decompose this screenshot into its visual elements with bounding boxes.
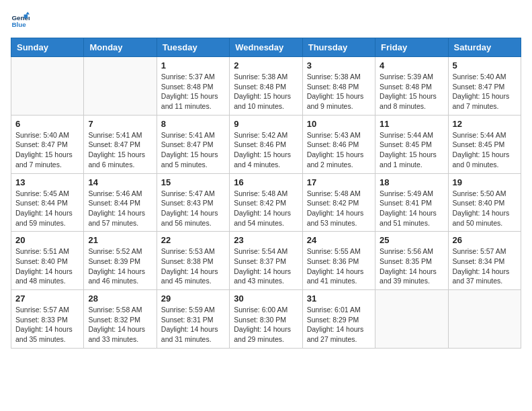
calendar-cell: 24Sunrise: 5:55 AM Sunset: 8:36 PM Dayli…	[302, 232, 375, 290]
calendar-week-row: 20Sunrise: 5:51 AM Sunset: 8:40 PM Dayli…	[11, 232, 521, 290]
day-number: 30	[234, 293, 298, 304]
day-number: 22	[161, 235, 225, 245]
col-header-wednesday: Wednesday	[230, 38, 302, 57]
calendar-cell: 30Sunrise: 6:00 AM Sunset: 8:30 PM Dayli…	[230, 290, 302, 349]
calendar-cell	[11, 57, 84, 116]
calendar-cell: 27Sunrise: 5:57 AM Sunset: 8:33 PM Dayli…	[11, 290, 84, 349]
day-number: 29	[161, 293, 225, 304]
day-number: 2	[234, 60, 298, 71]
day-number: 1	[161, 60, 225, 71]
day-info: Sunrise: 5:46 AM Sunset: 8:44 PM Dayligh…	[88, 189, 152, 228]
logo-icon: General Blue	[11, 11, 30, 30]
calendar-cell	[448, 290, 521, 349]
day-info: Sunrise: 5:55 AM Sunset: 8:36 PM Dayligh…	[307, 246, 371, 286]
day-number: 6	[15, 119, 79, 129]
calendar-cell: 6Sunrise: 5:40 AM Sunset: 8:47 PM Daylig…	[11, 115, 84, 173]
calendar-cell: 4Sunrise: 5:39 AM Sunset: 8:48 PM Daylig…	[375, 57, 448, 116]
day-info: Sunrise: 5:58 AM Sunset: 8:32 PM Dayligh…	[88, 305, 152, 345]
day-info: Sunrise: 5:37 AM Sunset: 8:48 PM Dayligh…	[161, 72, 225, 111]
calendar-cell: 3Sunrise: 5:38 AM Sunset: 8:48 PM Daylig…	[302, 57, 375, 116]
day-info: Sunrise: 5:51 AM Sunset: 8:40 PM Dayligh…	[15, 246, 79, 286]
calendar-header-row: SundayMondayTuesdayWednesdayThursdayFrid…	[11, 38, 521, 57]
calendar-week-row: 6Sunrise: 5:40 AM Sunset: 8:47 PM Daylig…	[11, 115, 521, 173]
day-number: 23	[234, 235, 298, 245]
calendar-cell: 21Sunrise: 5:52 AM Sunset: 8:39 PM Dayli…	[84, 232, 157, 290]
day-info: Sunrise: 5:45 AM Sunset: 8:44 PM Dayligh…	[15, 189, 79, 228]
day-info: Sunrise: 5:57 AM Sunset: 8:34 PM Dayligh…	[453, 246, 517, 286]
calendar-cell: 17Sunrise: 5:48 AM Sunset: 8:42 PM Dayli…	[302, 173, 375, 232]
calendar-cell: 12Sunrise: 5:44 AM Sunset: 8:45 PM Dayli…	[448, 115, 521, 173]
col-header-sunday: Sunday	[11, 38, 84, 57]
day-info: Sunrise: 5:39 AM Sunset: 8:48 PM Dayligh…	[380, 72, 443, 111]
calendar-week-row: 1Sunrise: 5:37 AM Sunset: 8:48 PM Daylig…	[11, 57, 521, 116]
day-info: Sunrise: 5:41 AM Sunset: 8:47 PM Dayligh…	[161, 130, 225, 170]
day-number: 10	[307, 119, 371, 129]
calendar-cell: 16Sunrise: 5:48 AM Sunset: 8:42 PM Dayli…	[230, 173, 302, 232]
day-info: Sunrise: 5:42 AM Sunset: 8:46 PM Dayligh…	[234, 130, 298, 170]
day-number: 19	[453, 177, 517, 187]
calendar-cell: 8Sunrise: 5:41 AM Sunset: 8:47 PM Daylig…	[157, 115, 229, 173]
day-number: 11	[380, 119, 443, 129]
day-info: Sunrise: 5:38 AM Sunset: 8:48 PM Dayligh…	[234, 72, 298, 111]
day-info: Sunrise: 5:43 AM Sunset: 8:46 PM Dayligh…	[307, 130, 371, 170]
calendar-week-row: 13Sunrise: 5:45 AM Sunset: 8:44 PM Dayli…	[11, 173, 521, 232]
day-number: 25	[380, 235, 443, 245]
day-info: Sunrise: 5:41 AM Sunset: 8:47 PM Dayligh…	[88, 130, 152, 170]
day-info: Sunrise: 5:47 AM Sunset: 8:43 PM Dayligh…	[161, 189, 225, 228]
day-info: Sunrise: 5:44 AM Sunset: 8:45 PM Dayligh…	[453, 130, 517, 170]
calendar-week-row: 27Sunrise: 5:57 AM Sunset: 8:33 PM Dayli…	[11, 290, 521, 349]
day-number: 16	[234, 177, 298, 187]
day-info: Sunrise: 5:48 AM Sunset: 8:42 PM Dayligh…	[234, 189, 298, 228]
day-info: Sunrise: 5:53 AM Sunset: 8:38 PM Dayligh…	[161, 246, 225, 286]
calendar-cell: 1Sunrise: 5:37 AM Sunset: 8:48 PM Daylig…	[157, 57, 229, 116]
svg-marker-3	[26, 11, 30, 14]
day-info: Sunrise: 5:44 AM Sunset: 8:45 PM Dayligh…	[380, 130, 443, 170]
day-number: 17	[307, 177, 371, 187]
logo: General Blue	[11, 11, 32, 30]
calendar-cell: 26Sunrise: 5:57 AM Sunset: 8:34 PM Dayli…	[448, 232, 521, 290]
day-info: Sunrise: 6:01 AM Sunset: 8:29 PM Dayligh…	[307, 305, 371, 345]
day-info: Sunrise: 5:50 AM Sunset: 8:40 PM Dayligh…	[453, 189, 517, 228]
day-info: Sunrise: 5:57 AM Sunset: 8:33 PM Dayligh…	[15, 305, 79, 345]
day-number: 7	[88, 119, 152, 129]
calendar-cell: 2Sunrise: 5:38 AM Sunset: 8:48 PM Daylig…	[230, 57, 302, 116]
calendar-cell: 15Sunrise: 5:47 AM Sunset: 8:43 PM Dayli…	[157, 173, 229, 232]
calendar-cell: 7Sunrise: 5:41 AM Sunset: 8:47 PM Daylig…	[84, 115, 157, 173]
calendar-cell: 9Sunrise: 5:42 AM Sunset: 8:46 PM Daylig…	[230, 115, 302, 173]
calendar-cell	[84, 57, 157, 116]
day-info: Sunrise: 6:00 AM Sunset: 8:30 PM Dayligh…	[234, 305, 298, 345]
col-header-friday: Friday	[375, 38, 448, 57]
col-header-tuesday: Tuesday	[157, 38, 229, 57]
svg-marker-4	[24, 15, 28, 19]
col-header-saturday: Saturday	[448, 38, 521, 57]
day-number: 27	[15, 293, 79, 304]
calendar-cell: 29Sunrise: 5:59 AM Sunset: 8:31 PM Dayli…	[157, 290, 229, 349]
col-header-thursday: Thursday	[302, 38, 375, 57]
day-number: 9	[234, 119, 298, 129]
day-number: 20	[15, 235, 79, 245]
page-header: General Blue	[11, 11, 521, 30]
day-number: 24	[307, 235, 371, 245]
day-number: 31	[307, 293, 371, 304]
svg-text:Blue: Blue	[11, 21, 26, 28]
day-number: 8	[161, 119, 225, 129]
calendar-cell: 19Sunrise: 5:50 AM Sunset: 8:40 PM Dayli…	[448, 173, 521, 232]
day-number: 18	[380, 177, 443, 187]
calendar-cell: 31Sunrise: 6:01 AM Sunset: 8:29 PM Dayli…	[302, 290, 375, 349]
day-info: Sunrise: 5:38 AM Sunset: 8:48 PM Dayligh…	[307, 72, 371, 111]
day-number: 21	[88, 235, 152, 245]
day-info: Sunrise: 5:40 AM Sunset: 8:47 PM Dayligh…	[15, 130, 79, 170]
day-info: Sunrise: 5:40 AM Sunset: 8:47 PM Dayligh…	[453, 72, 517, 111]
day-number: 15	[161, 177, 225, 187]
calendar-cell: 22Sunrise: 5:53 AM Sunset: 8:38 PM Dayli…	[157, 232, 229, 290]
day-number: 5	[453, 60, 517, 71]
day-number: 14	[88, 177, 152, 187]
day-info: Sunrise: 5:56 AM Sunset: 8:35 PM Dayligh…	[380, 246, 443, 286]
calendar-cell: 11Sunrise: 5:44 AM Sunset: 8:45 PM Dayli…	[375, 115, 448, 173]
day-info: Sunrise: 5:49 AM Sunset: 8:41 PM Dayligh…	[380, 189, 443, 228]
calendar-cell: 20Sunrise: 5:51 AM Sunset: 8:40 PM Dayli…	[11, 232, 84, 290]
day-number: 13	[15, 177, 79, 187]
calendar-cell: 10Sunrise: 5:43 AM Sunset: 8:46 PM Dayli…	[302, 115, 375, 173]
calendar-cell: 14Sunrise: 5:46 AM Sunset: 8:44 PM Dayli…	[84, 173, 157, 232]
day-number: 26	[453, 235, 517, 245]
